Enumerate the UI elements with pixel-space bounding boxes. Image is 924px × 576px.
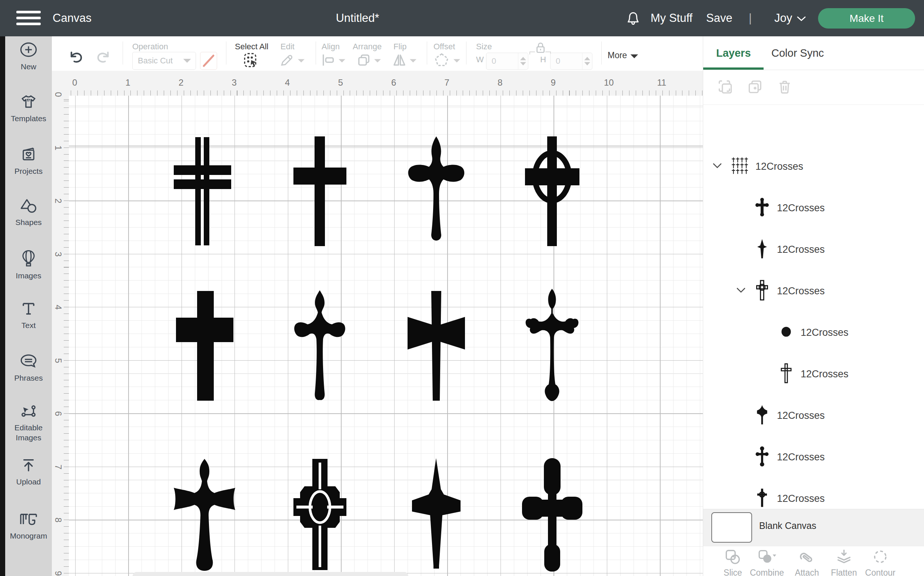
sidebar-item-templates[interactable]: Templates: [5, 93, 52, 123]
toolbar-divider: [466, 42, 466, 64]
save-button[interactable]: Save: [706, 0, 732, 36]
blank-canvas-thumbnail[interactable]: [711, 512, 752, 542]
layer-row[interactable]: 12Crosses: [703, 229, 924, 270]
operation-label: Operation: [132, 42, 168, 51]
offset-icon[interactable]: [434, 52, 450, 70]
chevron-down-icon: [182, 58, 193, 63]
sidebar-item-images[interactable]: Images: [5, 249, 52, 281]
undo-icon[interactable]: [69, 50, 85, 66]
canvas-shape-plain-cross[interactable]: [286, 132, 354, 251]
chevron-down-icon[interactable]: [712, 163, 722, 170]
canvas-shape-block-cross[interactable]: [171, 286, 239, 405]
no-fill-swatch[interactable]: [200, 52, 217, 70]
chevron-down-icon[interactable]: [736, 287, 746, 295]
action-label: Slice: [724, 568, 742, 576]
sidebar-item-upload[interactable]: Upload: [5, 457, 52, 487]
select-all-button[interactable]: Select All: [235, 42, 269, 51]
height-input[interactable]: 0: [550, 53, 592, 70]
chevron-down-icon[interactable]: [297, 59, 305, 63]
delete-icon[interactable]: [777, 79, 793, 97]
lock-icon[interactable]: [535, 42, 546, 56]
layer-row[interactable]: 12Crosses: [703, 187, 924, 229]
align-menu[interactable]: Align: [322, 42, 340, 51]
pencil-icon[interactable]: [279, 53, 294, 70]
contour-button[interactable]: Contour: [862, 549, 899, 576]
sidebar-item-text[interactable]: Text: [5, 301, 52, 330]
layer-row[interactable]: 12Crosses: [703, 395, 924, 436]
flatten-button[interactable]: Flatten: [825, 549, 862, 576]
ruler-number-h: 2: [179, 77, 184, 88]
duplicate-icon[interactable]: [747, 79, 763, 97]
layer-row[interactable]: 12Crosses: [703, 436, 924, 478]
offset-menu[interactable]: Offset: [434, 42, 455, 51]
sidebar-item-shapes[interactable]: Shapes: [5, 197, 52, 227]
text-icon: [20, 301, 37, 318]
sidebar-item-label: Images: [16, 270, 41, 281]
chevron-down-icon[interactable]: [795, 15, 808, 24]
layer-label: 12Crosses: [801, 368, 848, 380]
sidebar-item-label: Projects: [14, 166, 43, 176]
sidebar-item-label: Monogram: [10, 531, 47, 541]
layer-row[interactable]: 12Crosses: [703, 478, 924, 509]
document-title[interactable]: Untitled*: [0, 0, 715, 36]
width-input[interactable]: 0: [486, 53, 528, 70]
edit-menu[interactable]: Edit: [281, 42, 295, 51]
height-stepper[interactable]: [582, 53, 592, 69]
canvas-shape-flared-fan-cross[interactable]: [171, 455, 239, 574]
combine-button[interactable]: Combine: [748, 549, 785, 576]
sidebar-item-phrases[interactable]: Phrases: [5, 353, 52, 383]
canvas-shape-ornate-budded-cross[interactable]: [518, 286, 586, 405]
chevron-down-icon[interactable]: [373, 59, 381, 63]
group-select-icon[interactable]: [717, 79, 734, 97]
canvas-shape-bowtie-cross[interactable]: [402, 286, 470, 405]
toolbar-divider: [427, 42, 427, 64]
attach-button[interactable]: Attach: [788, 549, 825, 576]
canvas-shape-pointed-star-cross[interactable]: [402, 455, 470, 574]
ruler-number-h: 8: [498, 77, 503, 88]
arrange-icon[interactable]: [356, 53, 371, 69]
tab-color-sync[interactable]: Color Sync: [771, 36, 824, 70]
canvas-shape-gothic-cross[interactable]: [286, 286, 354, 405]
canvas-shape-curved-flare-cross[interactable]: [402, 132, 470, 251]
sidebar-item-projects[interactable]: Projects: [5, 145, 52, 176]
canvas-shape-ring-cross[interactable]: [518, 132, 586, 251]
make-it-button[interactable]: Make It: [818, 8, 915, 29]
chevron-down-icon[interactable]: [338, 59, 346, 63]
more-menu[interactable]: More: [608, 50, 627, 61]
chevron-down-icon[interactable]: [409, 59, 417, 63]
width-stepper[interactable]: [518, 53, 528, 69]
chevron-down-icon[interactable]: [453, 59, 461, 63]
toolbar-divider: [316, 42, 316, 64]
chevron-down-icon[interactable]: [630, 54, 639, 59]
flip-icon[interactable]: [392, 53, 407, 69]
operation-dropdown[interactable]: Basic Cut: [132, 52, 196, 70]
flip-menu[interactable]: Flip: [393, 42, 407, 51]
vertical-ruler: 0123456789: [52, 96, 69, 576]
layer-row[interactable]: 12Crosses: [703, 353, 924, 395]
align-icon[interactable]: [321, 53, 336, 69]
bell-icon[interactable]: [626, 11, 641, 28]
circle-shape-icon: [779, 321, 794, 344]
layer-group-row[interactable]: 12Crosses: [703, 146, 924, 187]
height-value: 0: [551, 56, 582, 66]
ruler-number-v: 2: [53, 198, 63, 203]
layer-group-row[interactable]: 12Crosses: [703, 270, 924, 312]
redo-icon[interactable]: [95, 50, 110, 66]
canvas-shape-geometric-outline-cross[interactable]: [286, 455, 354, 574]
machine-select[interactable]: Joy: [774, 0, 792, 36]
ruler-number-v: 8: [53, 517, 63, 522]
canvas-shape-double-line-cross[interactable]: [171, 132, 239, 251]
blank-canvas-row[interactable]: Blank Canvas: [703, 509, 924, 547]
ruler-number-h: 11: [657, 77, 667, 88]
design-canvas[interactable]: [69, 96, 703, 576]
my-stuff-link[interactable]: My Stuff: [651, 0, 693, 36]
sidebar-item-monogram[interactable]: Monogram: [5, 511, 52, 541]
canvas-shape-orb-end-cross[interactable]: [518, 455, 586, 574]
tab-layers[interactable]: Layers: [716, 36, 751, 70]
arrange-menu[interactable]: Arrange: [353, 42, 381, 51]
layer-row[interactable]: 12Crosses: [703, 312, 924, 353]
sidebar-item-editable-images[interactable]: Editable Images: [5, 403, 52, 443]
sidebar-item-new[interactable]: New: [5, 42, 52, 72]
select-all-icon[interactable]: [243, 52, 259, 70]
slice-button[interactable]: Slice: [714, 549, 752, 576]
